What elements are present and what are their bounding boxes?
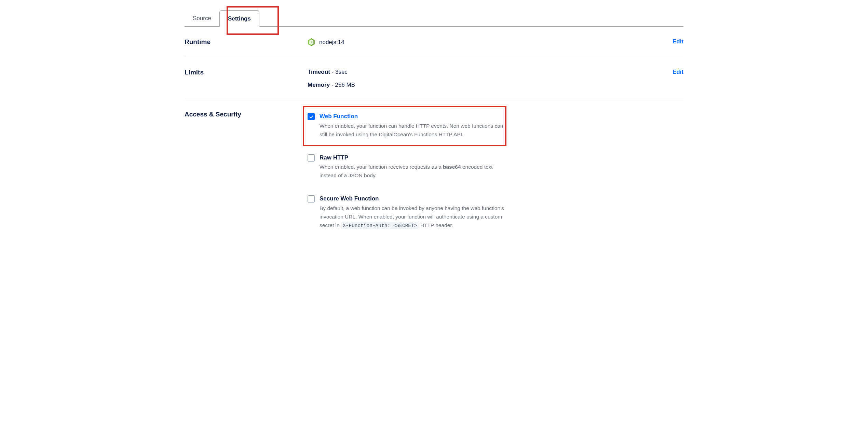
option-raw-http: Raw HTTP When enabled, your function rec… bbox=[308, 152, 509, 182]
checkbox-raw-http[interactable] bbox=[308, 154, 315, 162]
limits-label: Limits bbox=[185, 69, 308, 88]
option-secure-web-function: Secure Web Function By default, a web fu… bbox=[308, 193, 509, 232]
tab-bar: Source Settings bbox=[185, 10, 683, 27]
section-access-security: Access & Security Web Function When enab… bbox=[185, 99, 683, 242]
tab-source[interactable]: Source bbox=[185, 10, 219, 26]
limit-memory: Memory - 256 MB bbox=[308, 82, 673, 88]
option-web-function: Web Function When enabled, your function… bbox=[308, 111, 509, 141]
section-limits: Limits Timeout - 3sec Memory - 256 MB Ed… bbox=[185, 57, 683, 99]
raw-http-title: Raw HTTP bbox=[320, 154, 506, 162]
runtime-label: Runtime bbox=[185, 38, 308, 46]
section-runtime: Runtime nodejs:14 Edit bbox=[185, 27, 683, 57]
nodejs-icon bbox=[308, 38, 315, 46]
runtime-value: nodejs:14 bbox=[319, 39, 344, 46]
secure-web-function-desc: By default, a web function can be invoke… bbox=[320, 204, 506, 230]
secure-web-function-title: Secure Web Function bbox=[320, 195, 506, 203]
raw-http-desc: When enabled, your function receives req… bbox=[320, 163, 506, 180]
edit-runtime-link[interactable]: Edit bbox=[673, 38, 683, 45]
tab-settings[interactable]: Settings bbox=[219, 10, 259, 27]
limit-timeout: Timeout - 3sec bbox=[308, 69, 673, 75]
web-function-title[interactable]: Web Function bbox=[320, 113, 506, 121]
checkbox-web-function[interactable] bbox=[308, 113, 315, 120]
access-label: Access & Security bbox=[185, 111, 308, 232]
web-function-desc: When enabled, your function can handle H… bbox=[320, 122, 506, 139]
edit-limits-link[interactable]: Edit bbox=[673, 69, 683, 75]
checkbox-secure-web-function[interactable] bbox=[308, 195, 315, 202]
